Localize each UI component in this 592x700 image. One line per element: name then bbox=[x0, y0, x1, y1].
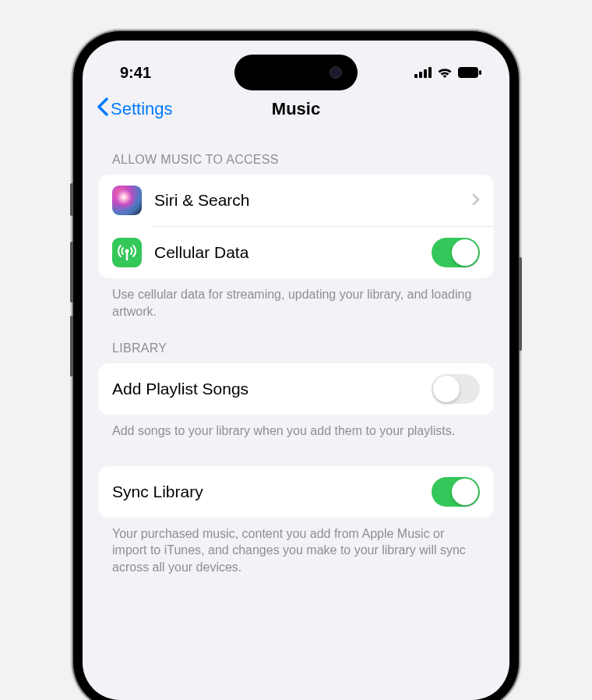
access-section-header: ALLOW MUSIC TO ACCESS bbox=[98, 131, 494, 175]
chevron-right-icon bbox=[472, 192, 480, 210]
add-playlist-group: Add Playlist Songs bbox=[98, 363, 494, 415]
chevron-left-icon bbox=[97, 97, 109, 122]
mute-switch bbox=[70, 183, 73, 216]
svg-rect-5 bbox=[479, 70, 481, 75]
navigation-bar: Settings Music bbox=[83, 90, 509, 131]
status-time: 9:41 bbox=[120, 64, 151, 82]
wifi-icon bbox=[437, 67, 453, 79]
back-button[interactable]: Settings bbox=[97, 97, 173, 122]
svg-rect-1 bbox=[419, 72, 422, 78]
library-section-header: LIBRARY bbox=[98, 320, 494, 363]
back-label: Settings bbox=[111, 99, 173, 119]
sync-label: Sync Library bbox=[112, 483, 432, 501]
cellular-footer: Use cellular data for streaming, updatin… bbox=[98, 278, 494, 320]
sync-library-group: Sync Library bbox=[98, 466, 494, 518]
add-playlist-toggle[interactable] bbox=[432, 374, 480, 404]
add-playlist-footer: Add songs to your library when you add t… bbox=[98, 415, 494, 440]
siri-search-row[interactable]: Siri & Search bbox=[98, 175, 494, 226]
page-title: Music bbox=[272, 99, 320, 119]
status-indicators bbox=[414, 67, 481, 79]
settings-content: ALLOW MUSIC TO ACCESS Siri & Search bbox=[83, 131, 509, 576]
cellular-signal-icon bbox=[414, 67, 432, 78]
sync-footer: Your purchased music, content you add fr… bbox=[98, 518, 494, 576]
volume-down-button bbox=[70, 316, 73, 377]
dynamic-island bbox=[234, 55, 358, 90]
svg-rect-0 bbox=[414, 74, 418, 78]
phone-screen: 9:41 bbox=[83, 41, 509, 700]
svg-rect-4 bbox=[458, 67, 478, 78]
cellular-data-icon bbox=[112, 238, 142, 267]
cellular-toggle[interactable] bbox=[432, 238, 480, 267]
volume-up-button bbox=[70, 242, 73, 302]
phone-frame: 9:41 bbox=[73, 31, 519, 700]
svg-rect-2 bbox=[424, 69, 427, 78]
camera-dot bbox=[329, 66, 342, 79]
siri-label: Siri & Search bbox=[154, 191, 472, 210]
cellular-label: Cellular Data bbox=[154, 243, 432, 262]
add-playlist-label: Add Playlist Songs bbox=[112, 380, 432, 398]
cellular-data-row: Cellular Data bbox=[98, 227, 494, 278]
power-button bbox=[519, 257, 522, 351]
sync-library-toggle[interactable] bbox=[432, 477, 480, 507]
battery-icon bbox=[458, 67, 481, 78]
sync-library-row: Sync Library bbox=[98, 466, 494, 518]
svg-rect-3 bbox=[428, 67, 432, 78]
add-playlist-row: Add Playlist Songs bbox=[98, 363, 494, 415]
siri-icon bbox=[112, 186, 142, 215]
access-section-group: Siri & Search bbox=[98, 175, 494, 278]
